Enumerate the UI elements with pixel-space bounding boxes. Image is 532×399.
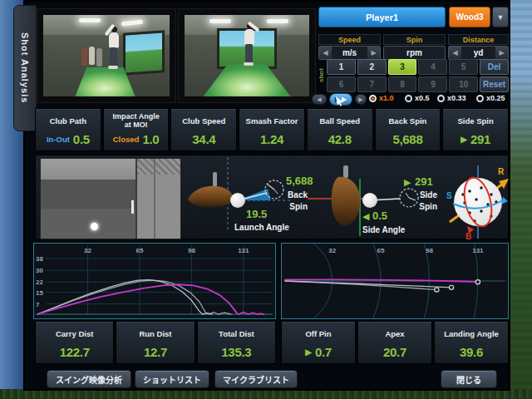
club-dropdown-button[interactable]: ▼ (492, 7, 509, 27)
shot-grid-label: shot (318, 58, 325, 93)
stat-impact-angle: Impact Angleat MOI Closed1.0 (103, 108, 170, 151)
stat-back-spin: Back Spin 5,688 (375, 108, 441, 151)
impact-diagram: 5,688 Back Spin 19.5 Launch Angle ▶ 291 … (185, 152, 453, 241)
side-spin-value: 291 (415, 175, 433, 188)
svg-text:32: 32 (328, 247, 336, 254)
speed-radio-x025[interactable]: x0.25 (476, 94, 505, 102)
speed-unit-label: Speed (318, 34, 381, 45)
stat-prefix: In-Out (47, 135, 70, 144)
shot-button-3-selected[interactable]: 3 (388, 59, 417, 75)
stat-ball-speed: Ball Speed 42.8 (307, 108, 373, 151)
trajectory-top-view-chart: 326598131 (281, 243, 509, 319)
shot-button-5[interactable]: 5 (449, 59, 478, 75)
svg-text:98: 98 (188, 247, 195, 254)
background-course-right (507, 0, 532, 399)
shot-analysis-panel: Shot Analysis (25, 2, 509, 389)
stats-row-top: Club Path In-Out0.5 Impact Angleat MOI C… (35, 108, 509, 151)
svg-text:65: 65 (377, 247, 385, 254)
stat-club-path: Club Path In-Out0.5 (35, 108, 101, 151)
distance-unit-prev-button[interactable]: ◀ (449, 47, 461, 59)
stat-side-spin: Side Spin ▶291 (442, 108, 509, 151)
svg-text:15: 15 (36, 289, 43, 297)
stats-row-bottom-left: Carry Dist 122.7 Run Dist 12.7 Total Dis… (35, 321, 276, 364)
shot-button-6[interactable]: 6 (327, 76, 356, 92)
shot-button-10[interactable]: 10 (449, 76, 478, 92)
svg-text:Side: Side (420, 190, 438, 200)
stat-landing-angle: Landing Angle 39.6 (434, 321, 509, 364)
radio-icon (476, 95, 484, 102)
svg-text:Side Angle: Side Angle (362, 225, 406, 234)
right-arrow-icon: ▶ (404, 177, 411, 187)
shot-button-7[interactable]: 7 (357, 76, 387, 92)
distance-unit-value: yd (461, 48, 495, 57)
svg-text:98: 98 (426, 247, 433, 254)
speed-unit-prev-button[interactable]: ◀ (319, 47, 332, 59)
reset-shots-button[interactable]: Reset (480, 76, 509, 92)
right-arrow-icon: ▶ (461, 135, 467, 144)
prev-icon: ◀ (317, 96, 321, 103)
driver-top-view (332, 177, 361, 226)
tab-label: Shot Analysis (20, 32, 30, 103)
stat-total-dist: Total Dist 135.3 (197, 321, 276, 364)
stat-apex: Apex 20.7 (357, 321, 432, 364)
stat-prefix: Closed (113, 135, 140, 144)
ball-tracking-camera (40, 158, 181, 239)
golf-ball (362, 193, 377, 208)
svg-text:Spin: Spin (289, 202, 308, 211)
right-arrow-icon: ▶ (305, 347, 312, 357)
player-name: Player1 (366, 12, 398, 22)
shot-button-4[interactable]: 4 (418, 59, 447, 75)
svg-text:32: 32 (84, 247, 91, 254)
play-button[interactable]: ▶ ▶ (329, 93, 352, 106)
speed-unit-next-button[interactable]: ▶ (367, 47, 380, 59)
player-select-button[interactable]: Player1 (318, 7, 446, 27)
shot-button-9[interactable]: 9 (418, 76, 447, 92)
radio-icon (437, 95, 445, 102)
chevron-down-icon: ▼ (497, 13, 505, 22)
svg-text:131: 131 (472, 247, 484, 254)
distance-unit-next-button[interactable]: ▶ (495, 47, 508, 59)
golf-ball-3d (454, 178, 502, 226)
shot-number-grid: 1 2 3 4 5 Del 6 7 8 9 10 Reset (327, 59, 509, 92)
camera-view-rear (178, 8, 316, 103)
shot-button-2[interactable]: 2 (357, 59, 387, 75)
launch-angle-value: 19.5 (246, 208, 267, 220)
playback-prev-button[interactable]: ◀ (312, 94, 327, 105)
golf-ball (230, 193, 245, 208)
tab-shot-analysis[interactable]: Shot Analysis (13, 5, 37, 131)
my-club-list-button[interactable]: マイクラブリスト (214, 370, 298, 388)
shot-button-1[interactable]: 1 (327, 59, 356, 75)
club-select-button[interactable]: Wood3 (449, 7, 490, 27)
delete-shot-button[interactable]: Del (480, 59, 509, 75)
camera-1-scene (43, 15, 170, 96)
stats-row-bottom-right: Off Pin ▶0.7 Apex 20.7 Landing Angle 39.… (281, 321, 509, 364)
side-angle-value: 0.5 (372, 209, 387, 222)
close-button[interactable]: 閉じる (441, 370, 497, 388)
axis-label-s: S (446, 191, 452, 200)
background-grass (0, 389, 532, 399)
stat-run-dist: Run Dist 12.7 (116, 321, 195, 364)
radio-icon (369, 95, 377, 102)
left-arrow-icon: ◀ (362, 211, 370, 221)
shot-button-8[interactable]: 8 (388, 76, 417, 92)
speed-radio-x05[interactable]: x0.5 (405, 94, 430, 102)
stat-off-pin: Off Pin ▶0.7 (281, 321, 356, 364)
speed-radio-x033[interactable]: x0.33 (437, 94, 466, 102)
svg-text:38: 38 (36, 255, 43, 263)
ring-arrowhead-icon (501, 197, 508, 204)
svg-text:Spin: Spin (419, 202, 437, 211)
speed-unit-cell: Speed ◀ m/s ▶ (318, 34, 381, 60)
axis-arrowhead-icon (499, 179, 509, 189)
playback-next-button[interactable]: ▶ (355, 94, 367, 105)
camera-2-scene (185, 15, 309, 96)
distance-unit-cell: Distance ◀ yd ▶ (448, 34, 509, 60)
speed-radio-x1[interactable]: x1.0 (369, 94, 394, 102)
driver-side-view (188, 186, 233, 207)
spin-unit-cell: Spin rpm (383, 34, 446, 60)
swing-video-analysis-button[interactable]: スイング映像分析 (47, 370, 131, 388)
spin-axis-ball-diagram: R S B (445, 163, 510, 241)
speed-unit-value: m/s (332, 48, 367, 57)
radio-icon (405, 95, 412, 102)
shot-list-button[interactable]: ショットリスト (135, 370, 209, 388)
club-shaft (343, 165, 348, 178)
